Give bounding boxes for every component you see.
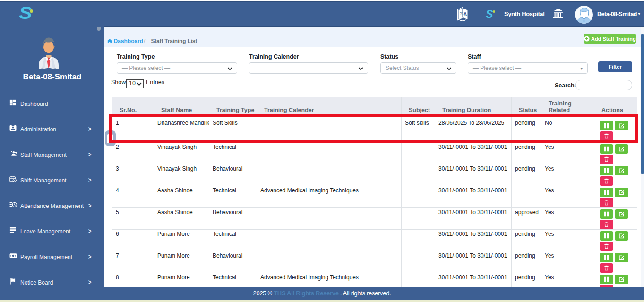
svg-text:A: A — [464, 11, 467, 17]
